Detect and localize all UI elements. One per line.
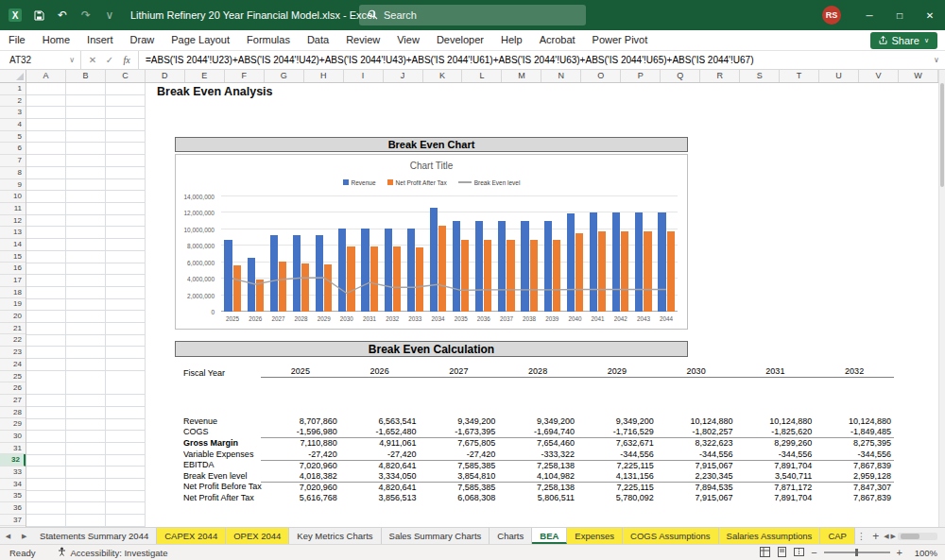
new-sheet-button[interactable]: + — [868, 528, 884, 544]
value-cell[interactable]: 8,275,395 — [815, 437, 894, 448]
sheet-tab-capex-2044[interactable]: CAPEX 2044 — [157, 528, 226, 544]
sheet-tab-cap[interactable]: CAP — [820, 528, 855, 544]
row-label-gross-margin[interactable]: Gross Margin — [183, 438, 261, 448]
value-cell[interactable]: 5,780,092 — [577, 493, 657, 502]
row-label-net-profit-before-tax[interactable]: Net Profit Before Tax — [183, 482, 261, 491]
row-header-21[interactable]: 21 — [0, 323, 26, 335]
value-cell[interactable]: 7,020,960 — [261, 482, 340, 492]
ribbon-tab-help[interactable]: Help — [492, 30, 531, 50]
row-header-37[interactable]: 37 — [0, 515, 26, 527]
value-cell[interactable]: -344,556 — [657, 450, 736, 459]
value-cell[interactable]: -1,849,485 — [815, 427, 894, 436]
value-cell[interactable]: -1,802,257 — [657, 427, 736, 436]
value-cell[interactable]: -1,673,395 — [420, 427, 499, 436]
column-header-s[interactable]: S — [740, 70, 780, 82]
row-header-27[interactable]: 27 — [0, 395, 26, 407]
enter-icon[interactable]: ✓ — [102, 55, 117, 65]
row-header-6[interactable]: 6 — [0, 143, 26, 155]
column-header-c[interactable]: C — [106, 70, 146, 82]
ribbon-tab-formulas[interactable]: Formulas — [238, 30, 299, 50]
value-cell[interactable]: -27,420 — [340, 450, 420, 459]
value-cell[interactable]: 3,334,050 — [340, 471, 420, 481]
row-header-26[interactable]: 26 — [0, 382, 26, 395]
column-header-t[interactable]: T — [780, 70, 819, 82]
ribbon-tab-data[interactable]: Data — [299, 30, 337, 50]
value-cell[interactable]: 7,915,067 — [657, 493, 736, 502]
value-cell[interactable]: -27,420 — [420, 450, 499, 459]
row-header-3[interactable]: 3 — [0, 107, 26, 119]
row-header-11[interactable]: 11 — [0, 203, 26, 215]
column-header-m[interactable]: M — [502, 70, 541, 82]
row-header-19[interactable]: 19 — [0, 298, 26, 311]
value-cell[interactable]: 5,616,768 — [261, 493, 340, 502]
normal-view-icon[interactable] — [760, 547, 770, 559]
row-header-4[interactable]: 4 — [0, 119, 26, 131]
scroll-left-icon[interactable]: ◀ — [884, 533, 888, 540]
sheet-tab-opex-2044[interactable]: OPEX 2044 — [226, 528, 289, 544]
value-cell[interactable]: 9,349,200 — [498, 416, 577, 426]
sheet-tab-cogs-assumptions[interactable]: COGS Assumptions — [623, 528, 718, 544]
ribbon-tab-page-layout[interactable]: Page Layout — [163, 30, 238, 50]
ribbon-tab-developer[interactable]: Developer — [428, 30, 492, 50]
value-cell[interactable]: 2,230,345 — [657, 471, 736, 481]
row-header-10[interactable]: 10 — [0, 191, 26, 203]
value-cell[interactable]: -344,556 — [577, 450, 657, 459]
value-cell[interactable]: 10,124,880 — [736, 416, 816, 426]
horizontal-scrollbar-thumb[interactable] — [901, 534, 919, 539]
value-cell[interactable]: -1,652,480 — [340, 427, 420, 436]
row-header-8[interactable]: 8 — [0, 167, 26, 179]
sheet-tab-salaries-assumptions[interactable]: Salaries Assumptions — [719, 528, 821, 544]
year-cell-2032[interactable]: 2032 — [815, 366, 894, 378]
value-cell[interactable]: 6,068,308 — [420, 493, 499, 502]
column-header-g[interactable]: G — [265, 70, 304, 82]
value-cell[interactable]: 7,585,385 — [420, 482, 499, 492]
redo-icon[interactable]: ↷ — [78, 8, 94, 23]
year-cell-2025[interactable]: 2025 — [261, 366, 340, 378]
value-cell[interactable]: 7,915,067 — [657, 460, 736, 470]
column-header-q[interactable]: Q — [661, 70, 700, 82]
fiscal-year-label[interactable]: Fiscal Year — [183, 368, 261, 378]
value-cell[interactable]: 7,675,805 — [420, 437, 499, 448]
value-cell[interactable]: 2,959,128 — [815, 471, 894, 481]
year-cell-2029[interactable]: 2029 — [577, 366, 657, 378]
row-label-ebitda[interactable]: EBITDA — [183, 460, 261, 469]
previous-sheet-icon[interactable]: ◀ — [0, 528, 16, 544]
sheet-tab-statements-summary-2044[interactable]: Statements Summary 2044 — [32, 528, 157, 544]
user-avatar[interactable]: RS — [822, 6, 841, 25]
value-cell[interactable]: 3,540,711 — [736, 471, 816, 481]
value-cell[interactable]: 7,020,960 — [261, 460, 340, 470]
break-even-chart[interactable]: Chart Title RevenueNet Profit After TaxB… — [175, 154, 688, 330]
value-cell[interactable]: 4,131,156 — [577, 471, 657, 481]
value-cell[interactable]: 4,104,982 — [498, 471, 577, 481]
vertical-scrollbar[interactable] — [938, 70, 945, 527]
column-header-d[interactable]: D — [146, 70, 185, 82]
column-header-v[interactable]: V — [859, 70, 899, 82]
ribbon-tab-file[interactable]: File — [0, 30, 34, 50]
value-cell[interactable]: -1,694,740 — [498, 427, 577, 436]
row-label-revenue[interactable]: Revenue — [183, 416, 261, 426]
value-cell[interactable]: 7,632,671 — [577, 437, 657, 448]
value-cell[interactable]: -333,322 — [498, 450, 577, 459]
row-header-17[interactable]: 17 — [0, 275, 26, 287]
row-header-35[interactable]: 35 — [0, 490, 26, 502]
column-header-r[interactable]: R — [700, 70, 740, 82]
value-cell[interactable]: 3,854,810 — [420, 471, 499, 481]
page-layout-view-icon[interactable] — [777, 547, 787, 559]
row-label-variable-expenses[interactable]: Variable Expenses — [183, 450, 261, 459]
ribbon-tab-view[interactable]: View — [388, 30, 428, 50]
value-cell[interactable]: 7,891,704 — [736, 460, 816, 470]
zoom-slider[interactable] — [824, 552, 890, 553]
value-cell[interactable]: -344,556 — [815, 450, 894, 459]
zoom-level[interactable]: 100% — [909, 548, 937, 558]
year-cell-2028[interactable]: 2028 — [498, 366, 577, 378]
column-header-h[interactable]: H — [304, 70, 344, 82]
search-box[interactable]: Search — [359, 5, 586, 25]
column-header-o[interactable]: O — [581, 70, 621, 82]
row-label-break-even-level[interactable]: Break Even level — [183, 471, 261, 481]
row-header-33[interactable]: 33 — [0, 467, 26, 479]
value-cell[interactable]: 6,563,541 — [340, 416, 420, 426]
row-header-15[interactable]: 15 — [0, 251, 26, 263]
column-header-p[interactable]: P — [621, 70, 661, 82]
value-cell[interactable]: 5,806,511 — [498, 493, 577, 502]
year-cell-2030[interactable]: 2030 — [657, 366, 736, 378]
